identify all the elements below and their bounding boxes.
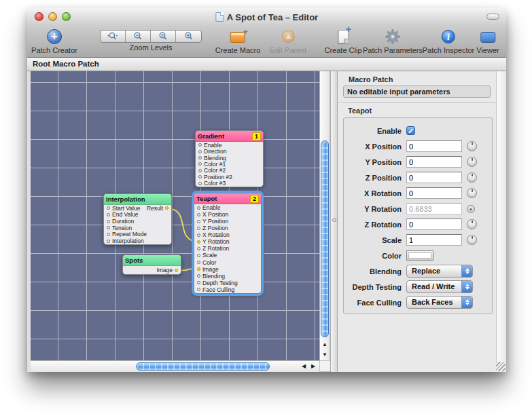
enable-checkbox[interactable]: ✓ — [406, 126, 415, 135]
input-port-image[interactable] — [197, 267, 200, 271]
input-port-position-2[interactable] — [198, 175, 202, 178]
title-bar[interactable]: A Spot of Tea – Editor — [27, 8, 506, 26]
node-header[interactable]: Teapot2 — [194, 193, 261, 204]
input-port-tension[interactable] — [107, 226, 110, 229]
y-rotation-field[interactable] — [406, 203, 462, 214]
input-port-z-position[interactable] — [197, 227, 200, 230]
face-culling-popup[interactable]: Back Faces — [406, 296, 473, 309]
input-port-z-rotation[interactable] — [197, 247, 200, 250]
popup-selected-value: Read / Write — [412, 282, 455, 290]
input-port-depth-testing[interactable] — [197, 281, 200, 284]
viewer-button[interactable]: Viewer — [476, 27, 499, 54]
z-rotation-knob[interactable] — [467, 219, 477, 229]
y-position-knob[interactable] — [467, 157, 477, 167]
patch-inspector-button[interactable]: i Patch Inspector — [423, 27, 474, 54]
z-rotation-field[interactable] — [406, 219, 462, 230]
inspector-panel: Macro Patch No editable input parameters… — [338, 71, 506, 372]
canvas-horizontal-scrollbar[interactable]: ◀ ▶ — [31, 360, 319, 372]
input-port-color-3[interactable] — [198, 182, 202, 185]
input-port-interpolation[interactable] — [107, 240, 110, 243]
zoom-out-button[interactable] — [126, 31, 151, 42]
scale-knob[interactable] — [467, 235, 477, 245]
node-port-row: Blending — [196, 155, 263, 161]
scroll-up-arrow[interactable]: ▲ — [320, 339, 330, 349]
canvas-vertical-scrollbar[interactable]: ▲ ▼ — [319, 71, 330, 360]
input-port-label: Y Position — [202, 218, 228, 225]
input-port-end-value[interactable] — [107, 213, 110, 216]
input-port-label: Tension — [112, 225, 132, 231]
node-gradient[interactable]: Gradient1EnableDirectionBlendingColor #1… — [195, 130, 264, 187]
close-button[interactable] — [35, 12, 43, 21]
color-well[interactable] — [406, 250, 433, 261]
input-port-blending[interactable] — [198, 156, 202, 159]
node-port-row: Y Rotation — [194, 238, 261, 245]
patch-parameters-button[interactable]: Patch Parameters — [363, 27, 423, 54]
input-port-color-2[interactable] — [198, 169, 202, 172]
create-macro-button[interactable]: Create Macro — [215, 27, 261, 54]
output-port-image[interactable] — [175, 269, 178, 272]
input-port-y-rotation[interactable] — [197, 240, 200, 244]
panel-scrollbar-track[interactable] — [496, 71, 505, 362]
input-port-enable[interactable] — [197, 206, 200, 210]
popup-stepper-icon — [461, 281, 472, 292]
input-port-y-position[interactable] — [197, 220, 200, 223]
window-resize-grip[interactable] — [496, 362, 506, 371]
vertical-scroll-thumb[interactable] — [321, 140, 329, 337]
toolbar-toggle-pill[interactable] — [486, 14, 499, 20]
patch-creator-button[interactable]: + Patch Creator — [31, 27, 77, 54]
input-port-color[interactable] — [197, 261, 200, 264]
zoom-button[interactable] — [62, 12, 71, 21]
zoom-actual-size-button[interactable] — [101, 31, 126, 42]
node-header[interactable]: Gradient1 — [196, 131, 263, 142]
scale-field[interactable] — [406, 234, 462, 246]
popup-stepper-icon — [461, 265, 472, 277]
z-position-knob[interactable] — [467, 172, 477, 183]
y-rotation-knob[interactable] — [467, 205, 475, 213]
parameter-row-face-culling: Face CullingBack Faces — [344, 295, 492, 310]
input-port-duration[interactable] — [107, 220, 110, 223]
y-position-field[interactable] — [406, 156, 462, 168]
panel-splitter[interactable] — [330, 71, 338, 372]
input-port-x-position[interactable] — [197, 213, 200, 216]
horizontal-scroll-thumb[interactable] — [136, 362, 270, 371]
input-port-x-rotation[interactable] — [197, 233, 200, 237]
input-port-label: Duration — [112, 218, 134, 225]
patch-canvas[interactable]: Gradient1EnableDirectionBlendingColor #1… — [31, 71, 319, 360]
document-proxy-icon[interactable] — [215, 12, 224, 22]
z-position-field[interactable] — [406, 172, 462, 183]
parameter-label: X Rotation — [344, 189, 402, 197]
zoom-fit-button[interactable] — [151, 31, 176, 42]
node-spots[interactable]: SpotsImage — [122, 254, 181, 275]
zoom-in-button[interactable] — [176, 31, 201, 42]
scroll-right-arrow[interactable]: ▶ — [308, 361, 318, 371]
depth-testing-popup[interactable]: Read / Write — [406, 280, 473, 293]
node-port-row: X Position — [194, 211, 261, 218]
node-port-row: Image — [194, 266, 261, 273]
node-interpolation[interactable]: InterpolationStart ValueResultEnd ValueD… — [103, 193, 172, 245]
minimize-button[interactable] — [48, 12, 57, 21]
node-header[interactable]: Interpolation — [104, 194, 171, 205]
input-port-direction[interactable] — [198, 150, 202, 153]
node-port-row: Depth Testing — [194, 280, 261, 286]
input-port-start-value[interactable] — [107, 206, 110, 210]
parameter-row-z-rotation: Z Rotation — [344, 216, 492, 232]
node-header[interactable]: Spots — [123, 255, 181, 266]
x-position-knob[interactable] — [467, 141, 477, 151]
input-port-enable[interactable] — [198, 143, 202, 147]
scroll-down-arrow[interactable]: ▼ — [320, 349, 330, 360]
output-port-result[interactable] — [165, 206, 169, 210]
create-clip-button[interactable]: Create Clip — [324, 27, 361, 54]
x-rotation-field[interactable] — [406, 187, 462, 199]
input-port-scale[interactable] — [197, 254, 200, 257]
input-port-repeat-mode[interactable] — [107, 233, 110, 236]
x-position-field[interactable] — [406, 140, 462, 152]
x-rotation-knob[interactable] — [467, 188, 477, 198]
input-port-color-1[interactable] — [198, 162, 202, 166]
input-port-label: Y Rotation — [202, 238, 230, 245]
blending-popup[interactable]: Replace — [406, 265, 473, 278]
scroll-left-arrow[interactable]: ◀ — [299, 361, 308, 371]
splitter-dimple-handle[interactable] — [332, 218, 336, 222]
input-port-face-culling[interactable] — [197, 288, 200, 291]
node-teapot[interactable]: Teapot2EnableX PositionY PositionZ Posit… — [194, 193, 262, 294]
input-port-blending[interactable] — [197, 274, 200, 278]
